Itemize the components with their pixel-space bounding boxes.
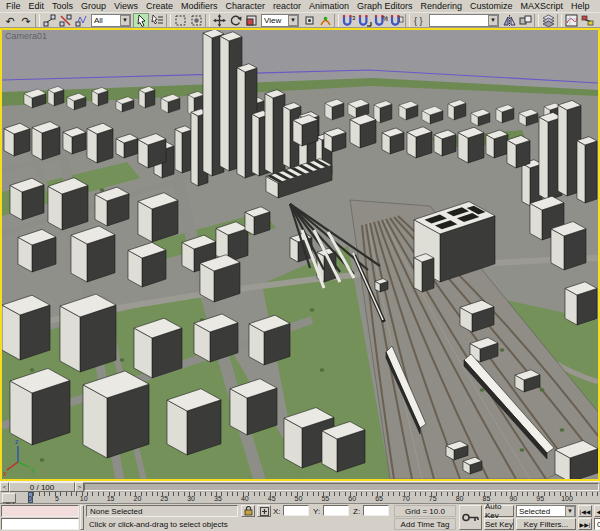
- menu-edit[interactable]: Edit: [25, 1, 49, 11]
- frame-tick-90: 90: [509, 495, 517, 502]
- menu-rendering[interactable]: Rendering: [417, 1, 467, 11]
- percent-snap-button[interactable]: %: [372, 13, 388, 28]
- key-mode-dropdown[interactable]: Selected ▼: [516, 505, 576, 517]
- select-and-link-icon: [43, 14, 56, 27]
- menu-customize[interactable]: Customize: [466, 1, 517, 11]
- y-coordinate-field[interactable]: [323, 505, 349, 516]
- maxscript-listener-output[interactable]: [1, 518, 79, 530]
- next-frame-button[interactable]: ▶▶|: [578, 518, 592, 530]
- svg-text:y: y: [31, 466, 35, 474]
- add-time-tag[interactable]: Add Time Tag: [394, 518, 456, 530]
- named-selection-sets-button[interactable]: { }: [411, 13, 427, 28]
- schematic-view-button[interactable]: [579, 13, 595, 28]
- camera-viewport[interactable]: Camera01 zxy: [0, 28, 600, 481]
- absolute-offset-toggle-button[interactable]: [257, 505, 271, 517]
- curve-editor-icon: [565, 14, 578, 27]
- angle-snap-icon: [357, 14, 372, 27]
- mirror-button[interactable]: [501, 13, 517, 28]
- mini-curve-editor-button[interactable]: [2, 493, 16, 503]
- frame-tick-20: 20: [133, 495, 141, 502]
- unlink-selection-icon: [59, 14, 72, 27]
- schematic-view-icon: [581, 14, 594, 27]
- menu-maxscript[interactable]: MAXScript: [517, 1, 568, 11]
- menu-reactor[interactable]: reactor: [269, 1, 305, 11]
- menu-create[interactable]: Create: [142, 1, 177, 11]
- selection-lock-button[interactable]: [241, 505, 255, 517]
- select-and-move-button[interactable]: [211, 13, 227, 28]
- align-button[interactable]: [517, 13, 533, 28]
- frame-ruler[interactable]: 0510152025303540455055606570758085909510…: [22, 492, 600, 504]
- menu-file[interactable]: File: [2, 1, 25, 11]
- frame-tick-15: 15: [107, 495, 115, 502]
- menu-character[interactable]: Character: [221, 1, 269, 11]
- frame-tick-85: 85: [483, 495, 491, 502]
- z-coordinate-field[interactable]: [363, 505, 389, 516]
- time-slider-track[interactable]: [84, 483, 599, 491]
- snap-toggle-3d-button[interactable]: 3: [340, 13, 356, 28]
- select-and-manipulate-button[interactable]: [317, 13, 333, 28]
- maxscript-listener-input[interactable]: [1, 505, 79, 517]
- select-object-button[interactable]: [133, 13, 149, 28]
- angle-snap-button[interactable]: [356, 13, 372, 28]
- frame-tick-0: 0: [28, 495, 32, 502]
- unlink-selection-button[interactable]: [57, 13, 73, 28]
- time-slider-handle[interactable]: 0 / 100: [9, 482, 75, 492]
- viewport-label[interactable]: Camera01: [5, 31, 47, 41]
- menu-group[interactable]: Group: [77, 1, 110, 11]
- frame-tick-65: 65: [375, 495, 383, 502]
- menu-help[interactable]: Help: [567, 1, 594, 11]
- chevron-down-icon[interactable]: ▼: [488, 15, 498, 26]
- frame-tick-70: 70: [402, 495, 410, 502]
- previous-frame-button[interactable]: ◀◀: [594, 505, 600, 517]
- layer-manager-button[interactable]: [540, 13, 556, 28]
- frame-next-button[interactable]: >: [75, 482, 84, 492]
- set-key-button[interactable]: Set Key: [484, 518, 514, 530]
- current-frame-field[interactable]: 0: [594, 518, 600, 530]
- menu-animation[interactable]: Animation: [305, 1, 353, 11]
- toolbar-separator: [205, 14, 210, 27]
- spinner-snap-button[interactable]: [388, 13, 404, 28]
- named-selection-sets-dropdown[interactable]: ▼: [429, 14, 499, 27]
- frame-prev-button[interactable]: <: [0, 482, 9, 492]
- bind-to-space-warp-button[interactable]: [73, 13, 89, 28]
- svg-text:x: x: [3, 470, 7, 477]
- track-bar: 0510152025303540455055606570758085909510…: [0, 492, 600, 504]
- toolbar-separator: [557, 14, 562, 27]
- listener-splitter[interactable]: [80, 505, 84, 530]
- align-icon: [519, 14, 532, 27]
- frame-tick-80: 80: [456, 495, 464, 502]
- city-scene: zxy: [2, 30, 598, 479]
- frame-tick-75: 75: [429, 495, 437, 502]
- key-filters-button[interactable]: Key Filters...: [516, 518, 576, 530]
- use-center-button[interactable]: [301, 13, 317, 28]
- percent-snap-icon: %: [373, 14, 388, 27]
- chevron-down-icon[interactable]: ▼: [120, 15, 130, 26]
- select-by-name-button[interactable]: [149, 13, 165, 28]
- window-crossing-button[interactable]: [188, 13, 204, 28]
- chevron-down-icon[interactable]: ▼: [288, 15, 298, 26]
- menu-graph-editors[interactable]: Graph Editors: [353, 1, 417, 11]
- x-coordinate-field[interactable]: [283, 505, 309, 516]
- window-crossing-icon: [190, 14, 203, 27]
- rectangular-selection-region-button[interactable]: [172, 13, 188, 28]
- toolbar-separator: [534, 14, 539, 27]
- chevron-down-icon[interactable]: ▼: [565, 506, 575, 517]
- curve-editor-button[interactable]: [563, 13, 579, 28]
- undo-button[interactable]: ↶: [2, 13, 18, 28]
- select-and-link-button[interactable]: [41, 13, 57, 28]
- reference-coordinate-dropdown[interactable]: View▼: [261, 14, 299, 27]
- menu-modifiers[interactable]: Modifiers: [177, 1, 222, 11]
- rectangular-selection-region-icon: [174, 14, 187, 27]
- menu-views[interactable]: Views: [110, 1, 142, 11]
- select-and-rotate-button[interactable]: [227, 13, 243, 28]
- auto-key-button[interactable]: Auto Key: [484, 505, 514, 517]
- set-keys-button[interactable]: [459, 505, 482, 530]
- svg-text:z: z: [15, 438, 19, 445]
- menu-tools[interactable]: Tools: [48, 1, 77, 11]
- select-and-scale-button[interactable]: [243, 13, 259, 28]
- selection-filter-dropdown[interactable]: All▼: [91, 14, 131, 27]
- frame-tick-10: 10: [80, 495, 88, 502]
- go-to-start-button[interactable]: |◀◀: [578, 505, 592, 517]
- frame-tick-100: 100: [561, 495, 573, 502]
- redo-button[interactable]: ↷: [18, 13, 34, 28]
